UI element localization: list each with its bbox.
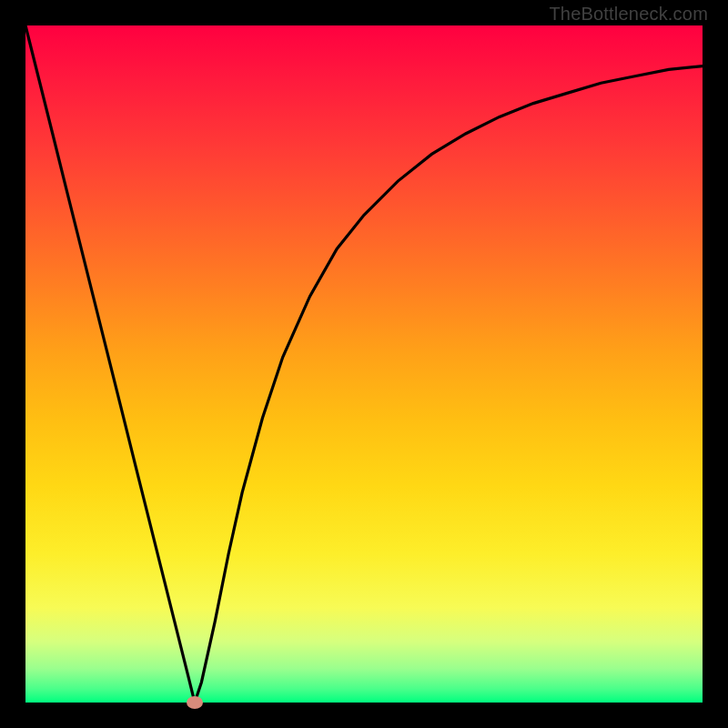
curve-layer	[0, 0, 728, 728]
bottleneck-curve	[25, 25, 703, 703]
optimal-marker	[187, 696, 203, 709]
watermark-text: TheBottleneck.com	[549, 4, 708, 25]
chart-container: TheBottleneck.com	[0, 0, 728, 728]
